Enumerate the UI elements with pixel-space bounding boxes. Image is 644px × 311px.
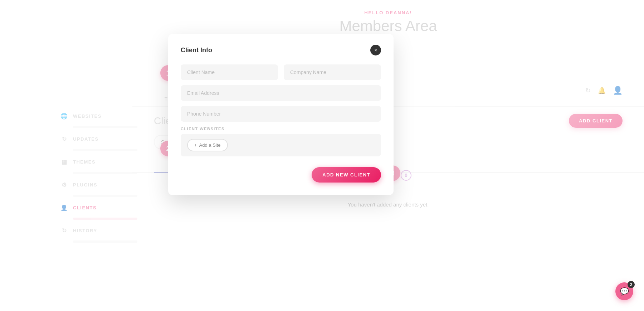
form-row-phone [181, 106, 381, 122]
websites-label: CLIENT WEBSITES [181, 127, 381, 131]
websites-area: + Add a Site [181, 134, 381, 156]
add-new-client-button[interactable]: ADD NEW CLIENT [312, 167, 381, 183]
client-info-modal: Client Info × CLIENT WEBSITES + Add a Si… [168, 34, 394, 195]
client-name-input[interactable] [181, 64, 278, 80]
company-name-input[interactable] [284, 64, 381, 80]
modal-close-button[interactable]: × [370, 45, 381, 55]
form-row-email [181, 85, 381, 101]
modal-title: Client Info [181, 47, 212, 54]
plus-icon: + [194, 142, 197, 148]
chat-widget[interactable]: 💬 2 [615, 282, 633, 300]
form-row-1 [181, 64, 381, 80]
chat-icon: 💬 [620, 287, 629, 296]
chat-badge: 2 [628, 281, 635, 288]
phone-input[interactable] [181, 106, 381, 122]
email-input[interactable] [181, 85, 381, 101]
add-site-button[interactable]: + Add a Site [187, 139, 228, 151]
modal-header: Client Info × [181, 45, 381, 55]
submit-area: ADD NEW CLIENT [181, 167, 381, 183]
